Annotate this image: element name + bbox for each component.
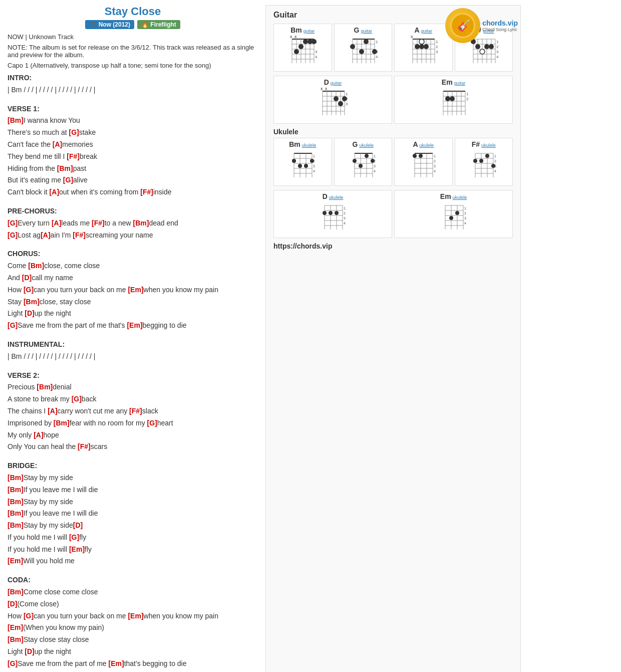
chord-em-b[interactable]: [Em] — [69, 545, 85, 553]
svg-text:4fr: 4fr — [374, 169, 376, 173]
chord-f#2-v2[interactable]: [F#] — [78, 442, 91, 451]
svg-point-74 — [480, 49, 485, 54]
chord-bm-b2[interactable]: [Bm] — [8, 486, 24, 494]
website-url[interactable]: https://chords.vip — [273, 242, 513, 250]
chord-a-ukulele: A ukulele 1fr 2fr 3fr 4fr — [394, 138, 453, 186]
svg-point-54 — [419, 39, 424, 44]
svg-point-112 — [450, 96, 455, 101]
em-guitar-diagram: 1fr 2fr — [439, 86, 468, 120]
chord-d2-co[interactable]: [D] — [25, 647, 34, 655]
chord-d2-c[interactable]: [D] — [25, 309, 34, 317]
chord-a-v2[interactable]: [A] — [48, 407, 57, 415]
svg-text:3fr: 3fr — [374, 164, 376, 168]
chord-g-v2[interactable]: [G] — [72, 395, 82, 403]
intro-line: | Bm / / / | / / / / | / / / / | / / / /… — [8, 86, 95, 94]
svg-text:x: x — [321, 86, 323, 91]
chord-em-co[interactable]: [Em] — [128, 612, 143, 620]
svg-point-143 — [365, 154, 369, 158]
svg-text:2fr: 2fr — [374, 159, 376, 163]
chord-bm2-v2[interactable]: [Bm] — [54, 419, 70, 427]
chord-g-guitar: G guitar 1fr — [334, 24, 393, 72]
bridge-title: BRIDGE: — [8, 462, 37, 470]
svg-text:3fr: 3fr — [313, 164, 315, 168]
svg-point-56 — [419, 44, 424, 49]
svg-text:4fr: 4fr — [313, 169, 315, 173]
chord-a-pc[interactable]: [A] — [52, 219, 61, 227]
chord-a2-pc[interactable]: [A] — [41, 231, 50, 239]
chord-a2-v2[interactable]: [A] — [34, 431, 43, 439]
chord-bm-b1[interactable]: [Bm] — [8, 474, 24, 482]
chord-bm2-c[interactable]: [Bm] — [24, 298, 40, 306]
chord-g2-co[interactable]: [G] — [8, 659, 18, 667]
chord-f#-pc[interactable]: [F#] — [92, 219, 105, 227]
chord-bm2-v1[interactable]: [Bm] — [57, 164, 73, 172]
chord-bm-b3[interactable]: [Bm] — [8, 498, 24, 506]
page-header: Stay Close 🎵 Now (2012) 🔥 Fireflight — [8, 5, 258, 29]
chord-g2-pc[interactable]: [G] — [8, 231, 18, 239]
svg-point-55 — [415, 44, 420, 49]
chord-g2-c[interactable]: [G] — [8, 321, 18, 329]
chord-em3-co[interactable]: [Em] — [109, 659, 124, 667]
chord-g-pc[interactable]: [G] — [8, 219, 18, 227]
song-title: Stay Close — [8, 5, 258, 18]
chord-d-co[interactable]: [D] — [8, 600, 17, 608]
verse1-section: VERSE 1: [Bm]I wanna know You There's so… — [8, 103, 258, 198]
svg-point-191 — [329, 211, 333, 215]
chord-a2-v1[interactable]: [A] — [50, 188, 59, 196]
svg-text:4fr: 4fr — [496, 55, 498, 59]
svg-point-207 — [455, 211, 459, 215]
chord-f#2-pc[interactable]: [F#] — [73, 231, 86, 239]
svg-text:4fr: 4fr — [464, 221, 466, 225]
svg-point-158 — [413, 154, 417, 158]
chord-bm-pc[interactable]: [Bm] — [133, 219, 149, 227]
chord-g-v1[interactable]: [G] — [69, 128, 79, 136]
chord-g-c[interactable]: [G] — [24, 286, 34, 294]
year-badge[interactable]: 🎵 Now (2012) — [85, 20, 134, 29]
em-ukulele-diagram: 1fr 2fr 3fr 4fr — [441, 200, 466, 235]
chord-g2-v2[interactable]: [G] — [147, 419, 157, 427]
chord-d-c[interactable]: [D] — [22, 274, 32, 282]
chord-g-b[interactable]: [G] — [69, 533, 79, 541]
svg-point-174 — [479, 159, 483, 163]
chord-bm-c[interactable]: [Bm] — [28, 262, 44, 270]
artist-badge[interactable]: 🔥 Fireflight — [137, 20, 180, 29]
svg-point-76 — [489, 44, 494, 49]
brand-tagline: Chord Song Lyric — [482, 27, 518, 32]
now-track: NOW | Unknown Track — [8, 33, 258, 41]
chord-g2-v1[interactable]: [G] — [63, 176, 73, 184]
coda-section: CODA: [Bm]Come close come close [D](Come… — [8, 574, 258, 669]
chord-f#2-v1[interactable]: [F#] — [140, 188, 153, 196]
chord-bm-co[interactable]: [Bm] — [8, 588, 24, 596]
chord-bm-b5[interactable]: [Bm] — [8, 521, 24, 529]
svg-text:4fr: 4fr — [494, 169, 496, 173]
chord-bm2-co[interactable]: [Bm] — [8, 635, 24, 643]
chord-f#-ukulele: F# ukulele 1fr 2fr — [455, 138, 513, 186]
svg-text:2fr: 2fr — [464, 211, 466, 215]
chord-em-c[interactable]: [Em] — [128, 286, 143, 294]
chorus-title: CHORUS: — [8, 250, 40, 258]
svg-text:3fr: 3fr — [464, 216, 466, 220]
g-ukulele-diagram: 1fr 2fr 3fr 4fr — [351, 148, 376, 182]
verse1-title: VERSE 1: — [8, 105, 40, 113]
chord-em2-b[interactable]: [Em] — [8, 557, 23, 565]
chord-g-ukulele: G ukulele 1fr 2fr — [334, 138, 393, 186]
chord-bm-v1[interactable]: [Bm] — [8, 116, 24, 124]
svg-text:1fr: 1fr — [374, 154, 376, 158]
chord-bm-v2[interactable]: [Bm] — [37, 383, 53, 391]
chord-g-co[interactable]: [G] — [24, 612, 34, 620]
chord-a-v1[interactable]: [A] — [53, 140, 62, 148]
instrumental-title: INSTRUMENTAL: — [8, 340, 65, 348]
svg-text:1fr: 1fr — [436, 40, 438, 44]
chord-em2-co[interactable]: [Em] — [8, 623, 23, 631]
svg-point-16 — [298, 44, 303, 49]
chord-d-b[interactable]: [D] — [73, 521, 83, 529]
chord-f#-v2[interactable]: [F#] — [129, 407, 142, 415]
svg-point-36 — [359, 49, 364, 54]
svg-text:2fr: 2fr — [344, 211, 346, 215]
chord-f#-v1[interactable]: [F#] — [67, 152, 80, 160]
bridge-section: BRIDGE: [Bm]Stay by my side [Bm]If you l… — [8, 460, 258, 567]
chord-em2-c[interactable]: [Em] — [127, 321, 142, 329]
svg-point-141 — [353, 159, 357, 163]
svg-point-57 — [424, 44, 429, 49]
chord-bm-b4[interactable]: [Bm] — [8, 509, 24, 517]
